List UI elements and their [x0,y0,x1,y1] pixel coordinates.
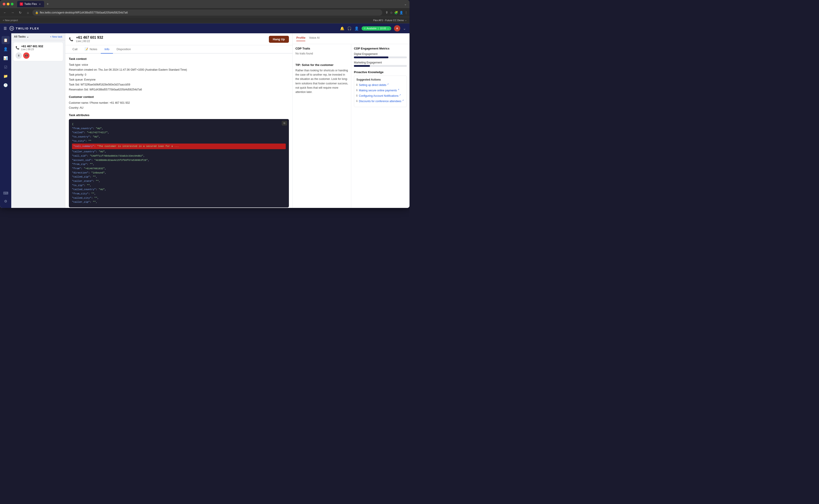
maximize-traffic-light[interactable] [11,3,13,5]
sidebar-icon-files[interactable]: 📁 [2,72,10,80]
status-text: Available [367,27,376,30]
agent-icon[interactable]: 👤 [354,26,359,31]
metrics-title: CDP Engagement Metrics [354,47,407,50]
hang-up-button[interactable]: Hang Up [269,36,289,43]
suggestion-link-2[interactable]: Configuring Account Notifications ↗ [359,94,401,97]
suggestion-icon-0: ℹ [356,83,358,86]
customer-context-title: Customer context [69,95,289,99]
bell-icon[interactable]: 🔔 [340,26,344,31]
notes-icon: 📝 [85,47,88,51]
app-logo: TWILIO FLEX [9,26,39,31]
task-sid-row: Task Sid: WT32f6ae0d9bff1828e560e3d37aac… [69,83,289,87]
extension-icon[interactable]: 🧩 [394,11,398,14]
sidebar-icon-settings[interactable]: ⚙ [2,197,10,205]
status-dot [364,27,366,29]
reservation-sid-row: Reservation Sid: WR1d438bd55770b0aa6205d… [69,88,289,92]
code-line-15: "from_city": "", [72,192,286,196]
digital-engagement-metric: Digital Engagement [354,52,407,58]
new-task-button[interactable]: + New task [50,35,62,38]
browser-toolbar: ← → ↻ ⌂ 🔒 flex.twilio.com/agent-desktop/… [0,8,409,17]
refresh-button[interactable]: ↻ [17,9,23,16]
right-tab-profile[interactable]: Profile [296,36,305,41]
tab-disposition[interactable]: Disposition [113,45,135,54]
tip-text: Rather than looking for shortcuts or han… [295,68,348,94]
workspace-label: Flex APJ - Future CC Demo ⌄ [373,19,407,22]
sidebar-icon-metrics[interactable]: 📊 [2,54,10,62]
call-card-header: 📞 +61 467 601 932 Live | 00:23 [16,45,61,51]
code-line-3: "to_country": "AU", [72,135,286,139]
new-tab-button[interactable]: + [45,1,50,7]
user-avatar[interactable]: A [394,25,400,31]
tabs-bar: Call 📝 Notes Info Disposition [65,45,293,54]
back-button[interactable]: ← [2,9,8,16]
right-panel: Profile Voice AI CDP Traits No traits fo… [293,33,409,208]
call-actions: ⏸ 📵 [16,52,61,59]
status-badge[interactable]: Available | 10:05 ⌄ [362,26,391,31]
suggestion-icon-2: ℹ [356,94,358,97]
hamburger-button[interactable]: ☰ [4,26,7,31]
bookmark-new-project[interactable]: + New project [3,19,18,22]
marketing-engagement-label: Marketing Engagement [354,61,407,64]
tab-call[interactable]: Call [69,45,81,54]
header-call-info: +61 467 601 932 Live | 00:22 [76,36,103,43]
customer-context-section: Customer context Customer name / Phone n… [69,95,289,110]
forward-button[interactable]: → [9,9,16,16]
tab-info[interactable]: Info [101,45,113,54]
task-attributes-title: Task attributes [69,113,289,117]
menu-icon[interactable]: ⋮ [405,11,408,14]
code-block: ⧉ { "from_country": "AU", "called": "+61… [69,119,289,207]
tab-notes[interactable]: 📝 Notes [81,45,101,54]
tip-title: TIP: Solve for the customer [295,63,348,67]
mute-button[interactable]: ⏸ [16,52,22,59]
country-row: Country: AU [69,106,289,110]
svg-point-3 [11,29,11,29]
sidebar-icon-tasks[interactable]: 📋 [2,36,10,44]
right-tab-voice-ai[interactable]: Voice AI [309,36,320,41]
address-bar[interactable]: 🔒 flex.twilio.com/agent-desktop/WR1d438b… [32,9,382,16]
tip-box: TIP: Solve for the customer Rather than … [295,63,348,94]
marketing-engagement-bar-bg [354,65,407,67]
browser-titlebar: T Twilio Flex ✕ + ⌄ [0,0,409,8]
code-line-1: "from_country": "AU", [72,126,286,131]
expand-button[interactable]: ⌄ [404,2,407,6]
logo-text: TWILIO FLEX [16,27,39,30]
sidebar-icon-history[interactable]: 🕐 [2,81,10,89]
profile-icon[interactable]: 👤 [399,11,403,14]
headset-icon[interactable]: 🎧 [347,26,352,31]
suggestion-link-0[interactable]: Setting up direct debits ↗ [359,83,389,87]
marketing-engagement-metric: Marketing Engagement [354,61,407,67]
active-browser-tab[interactable]: T Twilio Flex ✕ [17,1,44,7]
home-button[interactable]: ⌂ [25,9,31,16]
nav-icons: 🔔 🎧 👤 Available | 10:05 ⌄ A ⌄ [340,25,406,31]
suggested-actions-box: Suggested Actions ℹ Setting up direct de… [354,76,407,107]
code-line-4: "to_city": "" [72,139,286,143]
task-attributes-section: Task attributes ⧉ { "from_country": "AU"… [69,113,289,207]
end-call-button[interactable]: 📵 [23,52,29,59]
sidebar-icon-contacts[interactable]: 👤 [2,45,10,53]
header-call-number: +61 467 601 932 [76,36,103,40]
twilio-logo-icon [9,26,14,31]
sidebar-icon-keyboard[interactable]: ⌨ [2,189,10,197]
code-line-6: "call_sid": "CA0ff11f76b5a9863c733ab2c33… [72,154,286,158]
tab-close-btn[interactable]: ✕ [38,2,41,6]
star-icon[interactable]: ☆ [390,11,393,14]
code-line-12: "caller_state": "", [72,179,286,183]
all-tasks-dropdown[interactable]: All Tasks ⌄ [14,35,29,38]
close-traffic-light[interactable] [3,3,5,5]
task-priority-row: Task priority: 0 [69,73,289,77]
reservation-created-row: Reservation created on: Thu Jun 06 2024 … [69,68,289,72]
sidebar-icon-checklist[interactable]: ☑ [2,63,10,71]
task-panel-header: All Tasks ⌄ + New task [11,33,65,40]
call-card-status: Live | 00:23 [21,48,43,51]
suggestion-link-3[interactable]: Discounts for conference attendees ↗ [359,99,404,103]
minimize-traffic-light[interactable] [7,3,9,5]
svg-point-2 [12,28,13,28]
mic-icon[interactable]: 🎙 [385,11,389,14]
bookmark-label: + New project [3,19,18,22]
suggestion-link-1[interactable]: Making secure online payments ↗ [359,88,399,92]
copy-button[interactable]: ⧉ [282,121,287,126]
active-call-card[interactable]: 📞 +61 467 601 932 Live | 00:23 ⏸ 📵 [13,42,63,61]
suggestion-item-3: ℹ Discounts for conference attendees ↗ [356,99,404,103]
code-line-11: "called_zip": "", [72,175,286,179]
proactive-knowledge-title: Proactive Knowledge [354,70,407,74]
